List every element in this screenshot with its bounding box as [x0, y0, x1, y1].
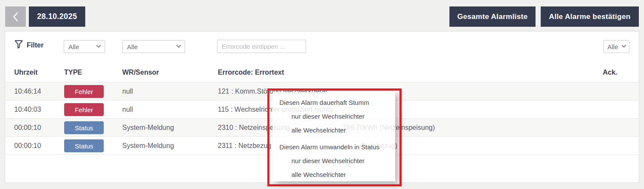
filter-icon	[14, 40, 23, 50]
filter-bar: Filter Alle Alle Alle	[5, 32, 639, 57]
row-time: 00:00:10	[14, 119, 41, 137]
row-sensor: null	[122, 101, 133, 119]
context-menu-item[interactable]: nur dieser Wechselrichter	[272, 110, 395, 123]
table-header-row: Uhrzeit TYPE WR/Sensor Errorcode: Errort…	[5, 57, 639, 82]
context-menu-header: Diesen Alarm dauerhaft Stumm	[272, 96, 395, 110]
confirm-all-alarms-button[interactable]: Alle Alarme bestätigen	[541, 6, 639, 27]
back-button[interactable]	[5, 6, 26, 27]
context-menu-section: Diesen Alarm umwandeln in Status nur die…	[272, 140, 395, 182]
toolbar: 28.10.2025 Gesamte Alarmliste Alle Alarm…	[0, 0, 644, 31]
chevron-down-icon	[622, 43, 626, 48]
header-ack: Ack.	[603, 69, 617, 76]
chevron-down-icon	[176, 43, 181, 48]
sensor-filter-value: Alle	[127, 43, 173, 50]
type-badge[interactable]: Fehler	[64, 103, 104, 116]
context-menu-header: Diesen Alarm umwandeln in Status	[272, 140, 395, 154]
context-menu-section: Diesen Alarm dauerhaft Stumm nur dieser …	[272, 96, 395, 137]
row-sensor: System-Meldung	[122, 137, 174, 155]
chevron-left-icon	[11, 11, 20, 22]
errorcode-input[interactable]	[217, 40, 306, 53]
date-button[interactable]: 28.10.2025	[29, 6, 85, 27]
ack-filter-value: Alle	[607, 43, 618, 50]
context-menu-item[interactable]: alle Wechselrichter	[272, 168, 395, 182]
context-menu-item[interactable]: nur dieser Wechselrichter	[272, 154, 395, 168]
header-wr-sensor: WR/Sensor	[122, 69, 159, 76]
row-time: 10:40:03	[14, 101, 41, 119]
chevron-down-icon	[96, 43, 101, 48]
context-menu-item[interactable]: alle Wechselrichter	[272, 123, 395, 137]
row-sensor: System-Meldung	[122, 119, 174, 137]
type-filter-value: Alle	[68, 43, 93, 50]
filter-label: Filter	[27, 41, 43, 49]
ack-filter-select[interactable]: Alle	[604, 40, 629, 53]
row-time: 10:46:14	[14, 82, 41, 101]
alarm-context-menu: Diesen Alarm dauerhaft Stumm nur dieser …	[272, 92, 395, 181]
type-badge[interactable]: Fehler	[64, 85, 104, 98]
header-errorcode: Errorcode: Errortext	[218, 69, 284, 76]
header-type: TYPE	[64, 69, 82, 76]
type-badge[interactable]: Status	[64, 139, 104, 152]
row-time: 00:00:10	[14, 137, 41, 155]
row-sensor: null	[122, 82, 133, 101]
sensor-filter-select[interactable]: Alle	[122, 40, 185, 53]
header-uhrzeit: Uhrzeit	[14, 69, 37, 76]
row-errortext: 2311 : Netzbezug	[218, 137, 271, 155]
type-badge[interactable]: Status	[64, 121, 104, 134]
full-alarmlist-button[interactable]: Gesamte Alarmliste	[449, 6, 536, 27]
type-filter-select[interactable]: Alle	[64, 40, 105, 53]
